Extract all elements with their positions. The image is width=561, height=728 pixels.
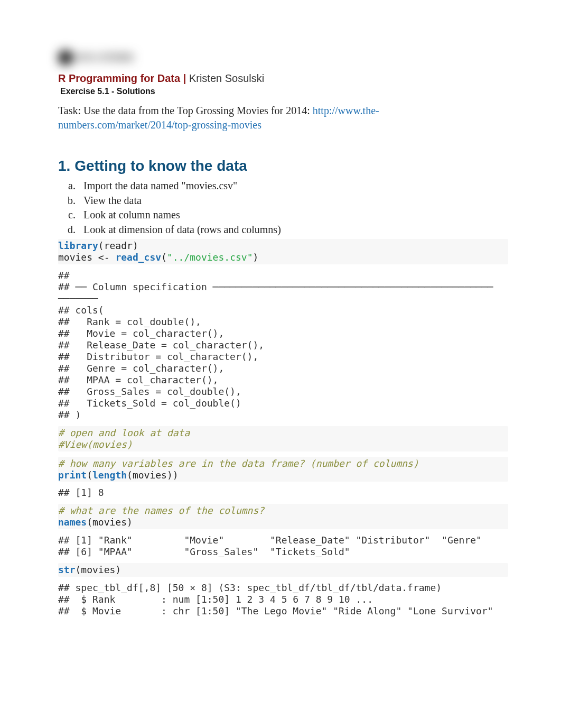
output-block-5: ## spec_tbl_df[,8] [50 × 8] (S3: spec_tb… — [58, 582, 508, 617]
code-block-1: library(readr) movies <- read_csv("../mo… — [58, 239, 508, 264]
comment: # what are the names of the columns? — [58, 505, 264, 516]
course-line: R Programming for Data | Kristen Sosulsk… — [58, 72, 508, 85]
course-sep: | — [180, 72, 189, 84]
course-title: R Programming for Data — [58, 72, 180, 84]
fn-str: str — [58, 564, 76, 575]
fn-names: names — [58, 517, 87, 528]
output-block-4: ## [1] "Rank" "Movie" "Release_Date" "Di… — [58, 535, 508, 558]
code-text: (readr) — [98, 240, 138, 251]
code-text: movies <- — [58, 252, 115, 263]
logo: NYU STERN — [58, 50, 508, 65]
comment: # open and look at data — [58, 427, 190, 438]
code-block-4: # what are the names of the columns? nam… — [58, 504, 508, 529]
exercise-label: Exercise 5.1 - Solutions — [60, 87, 508, 96]
fn-print: print — [58, 469, 87, 481]
comment: # how many variables are in the data fra… — [58, 458, 419, 469]
code-text: ( — [87, 469, 92, 481]
code-text: (movies) — [87, 517, 133, 528]
list-item: Look at column names — [78, 208, 508, 223]
string-literal: "../movies.csv" — [167, 252, 253, 263]
code-text: (movies) — [76, 564, 121, 575]
output-block-3: ## [1] 8 — [58, 487, 508, 499]
task-paragraph: Task: Use the data from the Top Grossing… — [58, 104, 508, 132]
task-text: Task: Use the data from the Top Grossing… — [58, 105, 313, 116]
code-block-3: # how many variables are in the data fra… — [58, 457, 508, 482]
code-text: ) — [253, 252, 258, 263]
fn-length: length — [92, 469, 127, 481]
section-1-title: 1. Getting to know the data — [58, 158, 508, 174]
output-block-1: ## ## ── Column specification ──────────… — [58, 270, 508, 420]
comment: #View(movies) — [58, 439, 133, 450]
logo-text: NYU STERN — [76, 52, 134, 63]
fn-read-csv: read_csv — [115, 252, 161, 263]
keyword-library: library — [58, 240, 98, 251]
list-item: View the data — [78, 193, 508, 208]
section-1-list: Import the data named "movies.csv" View … — [58, 179, 508, 237]
list-item: Look at dimension of data (rows and colu… — [78, 223, 508, 237]
code-block-2: # open and look at data #View(movies) — [58, 426, 508, 451]
code-block-5: str(movies) — [58, 563, 508, 577]
list-item: Import the data named "movies.csv" — [78, 179, 508, 193]
logo-icon — [58, 50, 73, 65]
code-text: ( — [161, 252, 167, 263]
code-text: (movies)) — [127, 469, 179, 481]
course-author: Kristen Sosulski — [189, 72, 264, 84]
